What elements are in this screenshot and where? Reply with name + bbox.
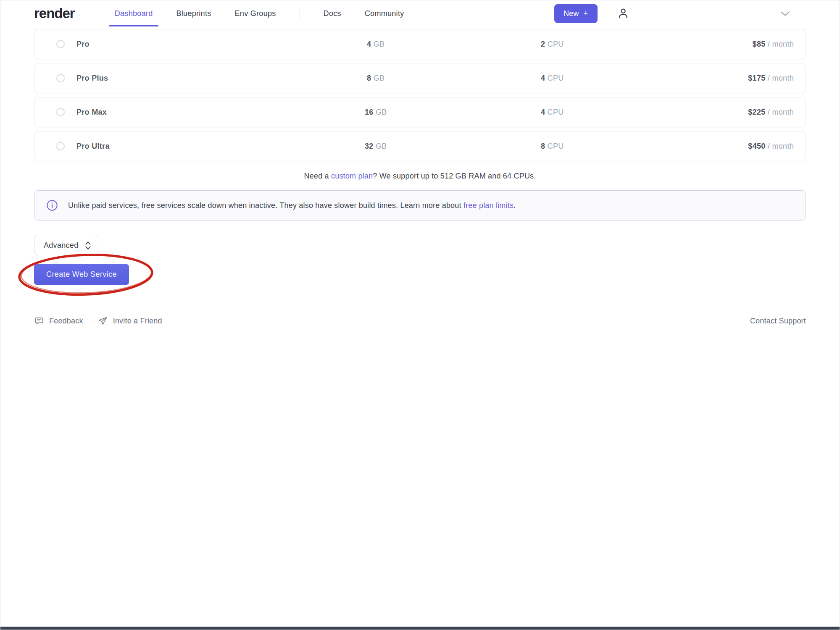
plan-ram: 16 GB (287, 108, 464, 117)
paper-plane-icon (97, 316, 108, 326)
plan-ram: 4 GB (287, 40, 464, 49)
plan-cpu: 2 CPU (464, 40, 640, 49)
info-icon (46, 200, 58, 211)
plan-cpu: 8 CPU (464, 142, 640, 151)
custom-plan-suffix: ? We support up to 512 GB RAM and 64 CPU… (373, 172, 536, 180)
new-button[interactable]: New + (554, 4, 598, 23)
top-nav: render Dashboard Blueprints Env Groups D… (0, 0, 840, 26)
chevron-down-icon[interactable] (780, 11, 793, 16)
expand-collapse-icon (85, 241, 91, 250)
plan-name: Pro Ultra (65, 142, 287, 151)
page-footer: Feedback Invite a Friend Contact Support (34, 316, 806, 326)
advanced-toggle[interactable]: Advanced (34, 235, 98, 256)
footer-left-links: Feedback Invite a Friend (34, 316, 162, 326)
nav-dashboard[interactable]: Dashboard (115, 0, 153, 26)
plan-ram: 8 GB (287, 74, 464, 83)
primary-nav: Dashboard Blueprints Env Groups Docs Com… (115, 0, 404, 26)
feedback-link[interactable]: Feedback (34, 316, 83, 326)
plan-cpu: 4 CPU (464, 108, 640, 117)
nav-community[interactable]: Community (365, 0, 404, 26)
custom-plan-link[interactable]: custom plan (331, 172, 373, 180)
plan-radio-pro-ultra[interactable] (56, 142, 65, 150)
plan-name: Pro (65, 40, 287, 49)
feedback-label: Feedback (49, 317, 83, 326)
plan-radio-pro-plus[interactable] (56, 74, 65, 82)
plan-row-pro-plus[interactable]: Pro Plus 8 GB 4 CPU $175 / month (34, 63, 806, 93)
plan-ram: 32 GB (287, 142, 464, 151)
render-logo[interactable]: render (34, 5, 75, 21)
plan-name: Pro Max (65, 108, 287, 117)
plan-row-pro-ultra[interactable]: Pro Ultra 32 GB 8 CPU $450 / month (34, 131, 806, 161)
plan-cpu: 4 CPU (464, 74, 640, 83)
custom-plan-note: Need a custom plan? We support up to 512… (34, 172, 806, 181)
create-web-service-area: Create Web Service (34, 264, 129, 285)
nav-docs[interactable]: Docs (324, 0, 341, 26)
plan-name: Pro Plus (65, 74, 287, 83)
free-plan-limits-link[interactable]: free plan limits (463, 201, 513, 210)
custom-plan-prefix: Need a (304, 172, 331, 180)
plan-price: $450 / month (640, 142, 806, 151)
create-web-service-button[interactable]: Create Web Service (34, 264, 129, 285)
account-icon[interactable] (616, 6, 630, 21)
contact-support-link[interactable]: Contact Support (750, 317, 806, 326)
plan-price: $175 / month (640, 74, 806, 83)
plan-radio-pro-max[interactable] (56, 108, 65, 116)
plan-list: Pro 4 GB 2 CPU $85 / month Pro Plus 8 GB… (34, 29, 806, 161)
advanced-label: Advanced (44, 241, 78, 250)
plan-row-pro-max[interactable]: Pro Max 16 GB 4 CPU $225 / month (34, 97, 806, 127)
plus-icon: + (584, 9, 588, 18)
feedback-icon (34, 316, 44, 326)
banner-text-main: Unlike paid services, free services scal… (68, 201, 463, 210)
banner-text-suffix: . (513, 201, 516, 210)
plan-selection-content: Pro 4 GB 2 CPU $85 / month Pro Plus 8 GB… (0, 26, 840, 326)
plan-row-pro[interactable]: Pro 4 GB 2 CPU $85 / month (34, 29, 806, 59)
banner-text: Unlike paid services, free services scal… (68, 201, 516, 210)
nav-divider (300, 7, 300, 20)
invite-friend-label: Invite a Friend (113, 317, 162, 326)
nav-env-groups[interactable]: Env Groups (235, 0, 276, 26)
free-plan-banner: Unlike paid services, free services scal… (34, 190, 806, 220)
plan-radio-pro[interactable] (56, 40, 65, 48)
bottom-bar (0, 627, 840, 630)
new-button-label: New (564, 9, 579, 18)
invite-friend-link[interactable]: Invite a Friend (97, 316, 162, 326)
plan-price: $225 / month (640, 108, 806, 117)
app-window: render Dashboard Blueprints Env Groups D… (0, 0, 840, 630)
nav-blueprints[interactable]: Blueprints (176, 0, 211, 26)
plan-price: $85 / month (640, 40, 806, 49)
